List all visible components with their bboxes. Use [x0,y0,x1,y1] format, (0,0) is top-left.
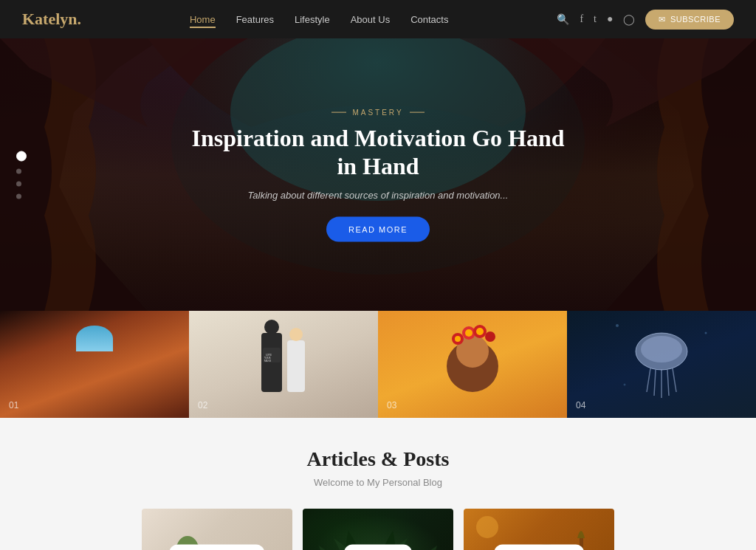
read-more-button[interactable]: READ MORE [326,216,430,241]
photo-num-1: 01 [9,400,18,410]
svg-line-21 [647,368,650,392]
nav-item-contacts[interactable]: Contacts [410,13,448,26]
slide-indicators [16,151,27,199]
card-label-recent[interactable]: RECENT POSTS [494,545,584,551]
svg-point-3 [264,320,279,334]
nav-link-home[interactable]: Home [190,14,216,28]
svg-point-26 [616,324,619,327]
logo-text: Katelyn [22,10,78,28]
photo-num-2: 02 [198,400,207,410]
svg-point-28 [624,384,626,386]
photo-portrait-svg [378,311,567,418]
nav-link-contacts[interactable]: Contacts [410,14,448,25]
card-label-popular[interactable]: POPULAR POSTS [169,545,264,551]
instagram-icon[interactable]: ● [607,13,613,25]
nav-item-about[interactable]: About Us [351,13,390,26]
nav-links: Home Features Lifestyle About Us Contact… [190,13,449,26]
svg-point-16 [455,336,461,342]
nav-link-about[interactable]: About Us [351,14,390,25]
navbar: Katelyn. Home Features Lifestyle About U… [0,0,756,38]
svg-point-27 [705,332,707,334]
photo-fashion-svg: LOVE YOUR MEAN [189,311,378,418]
nav-item-features[interactable]: Features [236,13,274,26]
nav-item-home[interactable]: Home [190,13,216,26]
photo-item-4[interactable]: 04 [567,311,756,418]
slide-dot-2[interactable] [16,169,21,174]
photo-item-2[interactable]: LOVE YOUR MEAN 02 [189,311,378,418]
svg-point-48 [476,516,498,538]
photo-jellyfish-svg [567,311,756,418]
subscribe-label: SUBSCRIBE [670,15,721,24]
bell-icon: ✉ [659,15,666,24]
svg-point-17 [465,329,472,337]
photo-item-1[interactable]: 01 [0,311,189,418]
article-card-popular[interactable]: POPULAR POSTS [142,509,292,550]
hero-tag: MASTERY [189,109,567,117]
search-icon[interactable]: 🔍 [557,13,569,26]
hero-section: MASTERY Inspiration and Motivation Go Ha… [0,38,756,312]
facebook-icon[interactable]: f [580,13,583,25]
article-card-about[interactable]: ABOUT ME [303,509,453,550]
hero-content: MASTERY Inspiration and Motivation Go Ha… [189,109,567,242]
photo-strip: 01 LOVE YOUR MEAN 02 [0,311,756,418]
twitter-icon[interactable]: t [594,13,597,25]
nav-link-features[interactable]: Features [236,14,274,25]
subscribe-button[interactable]: ✉ SUBSCRIBE [645,10,734,30]
svg-rect-4 [287,340,305,392]
svg-line-25 [673,368,676,392]
articles-section: Articles & Posts Welcome to My Personal … [0,418,756,550]
svg-line-24 [667,370,669,396]
photo-num-4: 04 [576,400,585,410]
slide-dot-4[interactable] [16,194,21,199]
photo-item-3[interactable]: 03 [378,311,567,418]
nav-item-lifestyle[interactable]: Lifestyle [295,13,330,26]
svg-point-5 [289,328,303,341]
nav-link-lifestyle[interactable]: Lifestyle [295,14,330,25]
nav-right: 🔍 f t ● ◯ ✉ SUBSCRIBE [557,10,734,30]
photo-num-3: 03 [387,400,396,410]
svg-line-22 [654,370,656,396]
hero-subtitle: Talking about different sources of inspi… [189,189,567,200]
photo-sky-1 [76,326,113,351]
svg-point-20 [641,336,682,362]
articles-subtitle: Welcome to My Personal Blog [15,477,741,488]
articles-grid: POPULAR POSTS ABOUT ME [142,509,614,550]
site-logo[interactable]: Katelyn. [22,10,81,29]
svg-point-18 [476,328,484,335]
hero-title: Inspiration and Motivation Go Hand in Ha… [189,124,567,181]
svg-text:MEAN: MEAN [264,360,272,362]
svg-point-15 [485,331,495,342]
globe-icon[interactable]: ◯ [623,13,635,26]
slide-dot-1[interactable] [16,151,27,162]
articles-title: Articles & Posts [15,447,741,471]
slide-dot-3[interactable] [16,182,21,187]
article-card-recent[interactable]: RECENT POSTS [464,509,614,550]
logo-dot: . [78,10,82,28]
card-label-about[interactable]: ABOUT ME [344,545,412,551]
